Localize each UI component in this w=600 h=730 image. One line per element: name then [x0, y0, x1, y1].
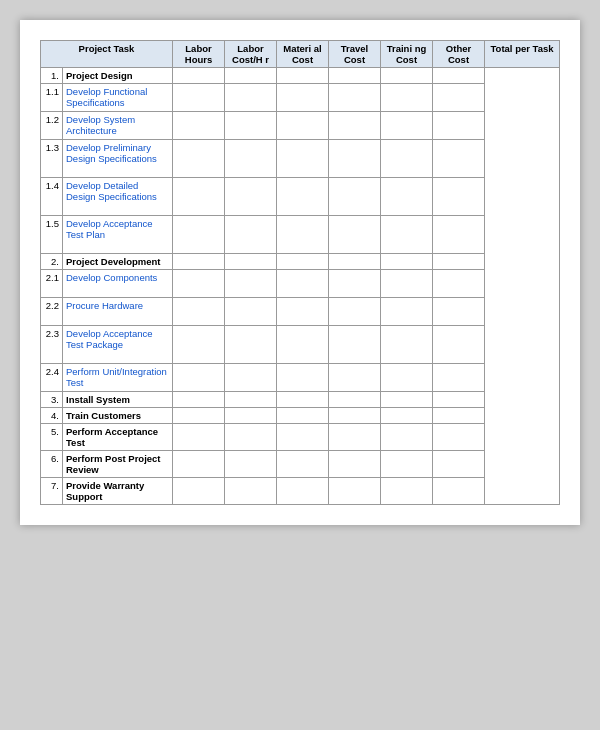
data-cell[interactable] [381, 408, 433, 424]
data-cell[interactable] [173, 216, 225, 254]
data-cell[interactable] [329, 298, 381, 326]
data-cell[interactable] [433, 326, 485, 364]
data-cell[interactable] [277, 478, 329, 505]
data-cell[interactable] [433, 216, 485, 254]
data-cell[interactable] [225, 216, 277, 254]
data-cell[interactable] [277, 392, 329, 408]
row-number: 1.2 [41, 112, 63, 140]
data-cell[interactable] [433, 254, 485, 270]
data-cell[interactable] [277, 112, 329, 140]
data-cell[interactable] [329, 140, 381, 178]
data-cell[interactable] [433, 270, 485, 298]
data-cell[interactable] [225, 408, 277, 424]
data-cell[interactable] [381, 84, 433, 112]
data-cell[interactable] [329, 364, 381, 392]
data-cell[interactable] [433, 451, 485, 478]
data-cell[interactable] [381, 424, 433, 451]
data-cell[interactable] [329, 216, 381, 254]
data-cell[interactable] [173, 364, 225, 392]
data-cell[interactable] [277, 270, 329, 298]
data-cell[interactable] [381, 478, 433, 505]
data-cell[interactable] [329, 254, 381, 270]
row-task: Project Design [63, 68, 173, 84]
data-cell[interactable] [329, 178, 381, 216]
data-cell[interactable] [433, 478, 485, 505]
data-cell[interactable] [381, 112, 433, 140]
data-cell[interactable] [225, 424, 277, 451]
data-cell[interactable] [225, 364, 277, 392]
data-cell[interactable] [225, 84, 277, 112]
data-cell[interactable] [277, 216, 329, 254]
data-cell[interactable] [173, 392, 225, 408]
data-cell[interactable] [433, 112, 485, 140]
data-cell[interactable] [381, 364, 433, 392]
data-cell[interactable] [433, 298, 485, 326]
data-cell[interactable] [173, 424, 225, 451]
data-cell[interactable] [277, 68, 329, 84]
data-cell[interactable] [225, 270, 277, 298]
data-cell[interactable] [381, 326, 433, 364]
data-cell[interactable] [173, 68, 225, 84]
data-cell[interactable] [277, 424, 329, 451]
data-cell[interactable] [329, 84, 381, 112]
data-cell[interactable] [173, 140, 225, 178]
data-cell[interactable] [433, 84, 485, 112]
data-cell[interactable] [381, 298, 433, 326]
data-cell[interactable] [433, 68, 485, 84]
data-cell[interactable] [225, 478, 277, 505]
data-cell[interactable] [277, 254, 329, 270]
data-cell[interactable] [225, 298, 277, 326]
data-cell[interactable] [381, 451, 433, 478]
data-cell[interactable] [433, 424, 485, 451]
data-cell[interactable] [329, 424, 381, 451]
data-cell[interactable] [329, 270, 381, 298]
data-cell[interactable] [225, 140, 277, 178]
data-cell[interactable] [277, 84, 329, 112]
data-cell[interactable] [173, 112, 225, 140]
data-cell[interactable] [433, 178, 485, 216]
data-cell[interactable] [277, 364, 329, 392]
data-cell[interactable] [277, 451, 329, 478]
data-cell[interactable] [173, 298, 225, 326]
data-cell[interactable] [225, 326, 277, 364]
data-cell[interactable] [381, 68, 433, 84]
data-cell[interactable] [381, 254, 433, 270]
data-cell[interactable] [173, 408, 225, 424]
data-cell[interactable] [225, 68, 277, 84]
data-cell[interactable] [381, 270, 433, 298]
data-cell[interactable] [329, 478, 381, 505]
data-cell[interactable] [381, 140, 433, 178]
data-cell[interactable] [173, 84, 225, 112]
data-cell[interactable] [277, 326, 329, 364]
data-cell[interactable] [225, 392, 277, 408]
data-cell[interactable] [381, 392, 433, 408]
data-cell[interactable] [277, 298, 329, 326]
data-cell[interactable] [329, 68, 381, 84]
data-cell[interactable] [329, 408, 381, 424]
data-cell[interactable] [329, 451, 381, 478]
data-cell[interactable] [433, 408, 485, 424]
data-cell[interactable] [225, 112, 277, 140]
data-cell[interactable] [329, 326, 381, 364]
data-cell[interactable] [173, 478, 225, 505]
data-cell[interactable] [381, 178, 433, 216]
row-number: 2.3 [41, 326, 63, 364]
data-cell[interactable] [381, 216, 433, 254]
data-cell[interactable] [173, 270, 225, 298]
data-cell[interactable] [329, 392, 381, 408]
data-cell[interactable] [225, 254, 277, 270]
data-cell[interactable] [225, 178, 277, 216]
data-cell[interactable] [173, 326, 225, 364]
data-cell[interactable] [173, 254, 225, 270]
data-cell[interactable] [173, 451, 225, 478]
data-cell[interactable] [329, 112, 381, 140]
row-task: Perform Post Project Review [63, 451, 173, 478]
data-cell[interactable] [173, 178, 225, 216]
data-cell[interactable] [225, 451, 277, 478]
data-cell[interactable] [277, 408, 329, 424]
data-cell[interactable] [433, 392, 485, 408]
data-cell[interactable] [277, 140, 329, 178]
data-cell[interactable] [433, 364, 485, 392]
data-cell[interactable] [277, 178, 329, 216]
data-cell[interactable] [433, 140, 485, 178]
